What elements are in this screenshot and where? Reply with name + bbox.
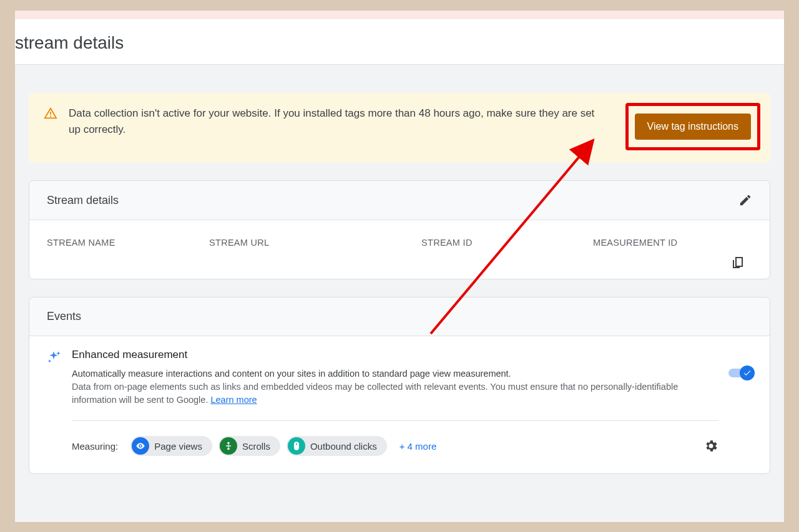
stream-details-title: Stream details xyxy=(47,194,119,207)
stream-details-header: Stream details xyxy=(29,181,770,220)
enhanced-measurement-content: Enhanced measurement Automatically measu… xyxy=(72,349,718,456)
stream-details-columns: STREAM NAME STREAM URL STREAM ID MEASURE… xyxy=(29,220,770,279)
enhanced-measurement-title: Enhanced measurement xyxy=(72,349,718,361)
copy-icon[interactable] xyxy=(731,255,746,270)
enhanced-measurement-desc2: Data from on-page elements such as links… xyxy=(72,380,718,407)
chip-label: Page views xyxy=(154,441,202,452)
mouse-icon xyxy=(288,437,305,455)
scroll-icon xyxy=(220,437,237,455)
page-title: stream details xyxy=(15,33,784,53)
events-card: Events Enhanced measurement Automaticall… xyxy=(29,297,770,474)
content-area: Data collection isn't active for your we… xyxy=(15,65,784,522)
measuring-row: Measuring: Page views xyxy=(72,421,718,456)
column-stream-id: STREAM ID xyxy=(421,238,593,248)
app-window: stream details Data collection isn't act… xyxy=(15,11,784,518)
annotation-highlight: View tag instructions xyxy=(625,103,760,150)
enhanced-measurement-desc2-text: Data from on-page elements such as links… xyxy=(72,382,678,405)
enhanced-measurement-row: Enhanced measurement Automatically measu… xyxy=(46,349,753,456)
enhanced-measurement-toggle[interactable] xyxy=(728,366,753,380)
chip-label: Scrolls xyxy=(242,441,270,452)
chip-label: Outbound clicks xyxy=(310,441,377,452)
svg-point-2 xyxy=(140,445,142,447)
alert-text: Data collection isn't active for your we… xyxy=(69,105,614,137)
events-header: Events xyxy=(29,297,770,336)
svg-point-1 xyxy=(50,115,51,117)
gear-icon[interactable] xyxy=(703,438,718,453)
view-tag-instructions-button[interactable]: View tag instructions xyxy=(635,114,751,140)
events-title: Events xyxy=(47,310,81,323)
notice-bar xyxy=(15,11,784,19)
chip-outbound-clicks[interactable]: Outbound clicks xyxy=(287,436,387,456)
warning-icon xyxy=(44,107,57,120)
page-header: stream details xyxy=(15,19,784,65)
column-stream-name: STREAM NAME xyxy=(47,238,209,248)
column-measurement-id: MEASUREMENT ID xyxy=(593,238,752,248)
learn-more-link[interactable]: Learn more xyxy=(210,395,257,405)
edit-icon[interactable] xyxy=(738,193,752,207)
data-collection-alert: Data collection isn't active for your we… xyxy=(29,93,770,163)
sparkle-icon xyxy=(46,350,62,456)
events-body: Enhanced measurement Automatically measu… xyxy=(29,336,770,473)
eye-icon xyxy=(132,437,149,455)
measuring-label: Measuring: xyxy=(72,441,118,452)
stream-details-card: Stream details STREAM NAME STREAM URL ST… xyxy=(29,180,770,279)
toggle-knob xyxy=(740,365,755,380)
enhanced-measurement-desc1: Automatically measure interactions and c… xyxy=(72,367,718,380)
column-stream-url: STREAM URL xyxy=(209,238,421,248)
chip-scrolls[interactable]: Scrolls xyxy=(218,436,280,456)
more-events-link[interactable]: + 4 more xyxy=(400,441,437,452)
chip-page-views[interactable]: Page views xyxy=(130,436,212,456)
